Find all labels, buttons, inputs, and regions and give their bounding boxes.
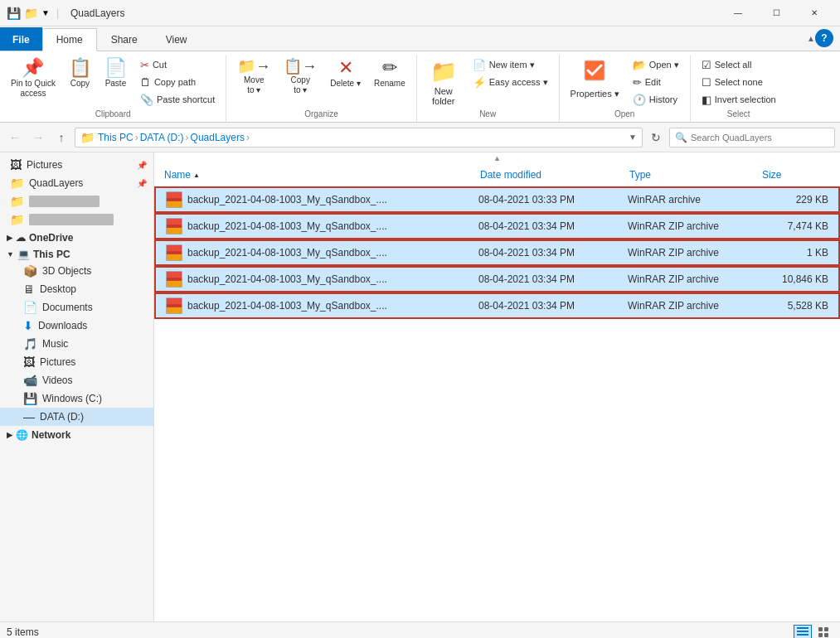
tab-file[interactable]: File: [0, 27, 42, 51]
history-button[interactable]: 🕐 History: [627, 91, 685, 108]
sidebar-item-music[interactable]: 🎵 Music: [0, 335, 153, 353]
sidebar-item-quadlayers[interactable]: 📁 QuadLayers 📌: [0, 174, 153, 192]
help-button[interactable]: ?: [815, 29, 833, 47]
sidebar-item-blurred2[interactable]: 📁 ████████████: [0, 210, 153, 229]
detail-view-button[interactable]: [794, 625, 812, 639]
move-to-button[interactable]: 📁→ Moveto ▾: [231, 55, 276, 104]
dropdown-arrow-icon[interactable]: ▼: [41, 8, 50, 17]
breadcrumb-dropdown-icon[interactable]: ▼: [629, 133, 637, 142]
file-area: ▲ Name ▲ Date modified Type Size: [154, 152, 840, 621]
col-name[interactable]: Name ▲: [161, 167, 477, 182]
pin-quick-access-button[interactable]: 📌 Pin to Quickaccess: [5, 55, 61, 104]
rename-label: Rename: [374, 79, 405, 89]
copy-to-button[interactable]: 📋→ Copyto ▾: [278, 55, 323, 104]
svg-rect-19: [818, 627, 823, 631]
sidebar-item-3dobjects[interactable]: 📦 3D Objects: [0, 262, 153, 280]
invert-selection-button[interactable]: ◧ Invert selection: [696, 91, 782, 108]
large-icon-view-button[interactable]: [815, 625, 833, 639]
file-size-3: 10,846 KB: [757, 272, 832, 287]
blurred1-icon: 📁: [10, 195, 24, 208]
col-size[interactable]: Size: [759, 167, 833, 182]
file-date-0: 08-04-2021 03:33 PM: [475, 192, 624, 207]
open-label: Open: [565, 108, 685, 122]
collapse-ribbon-icon[interactable]: ▲: [807, 34, 815, 43]
new-item-button[interactable]: 📄 New item ▾: [467, 56, 554, 73]
sidebar-item-pictures-quick[interactable]: 🖼 Pictures 📌: [0, 156, 153, 174]
copy-path-button[interactable]: 🗒 Copy path: [134, 74, 221, 90]
file-name-cell-2: backup_2021-04-08-1003_My_qSandbox_....: [163, 243, 475, 263]
ribbon-group-select: ☑ Select all ☐ Select none ◧ Invert sele…: [691, 55, 787, 122]
close-button[interactable]: ✕: [795, 0, 833, 27]
table-row[interactable]: backup_2021-04-08-1003_My_qSandbox_.... …: [154, 213, 840, 239]
copy-icon: 📋: [69, 59, 91, 77]
edit-label: Edit: [645, 77, 661, 87]
sidebar-item-windows-c[interactable]: 💾 Windows (C:): [0, 389, 153, 408]
properties-button[interactable]: Properties ▾: [565, 55, 625, 104]
paste-shortcut-button[interactable]: 📎 Paste shortcut: [134, 91, 221, 108]
address-bar: ← → ↑ 📁 This PC › DATA (D:) › QuadLayers…: [0, 123, 840, 152]
expand-icon-network: ▶: [7, 431, 12, 439]
file-name-cell-1: backup_2021-04-08-1003_My_qSandbox_....: [163, 216, 475, 236]
breadcrumb[interactable]: 📁 This PC › DATA (D:) › QuadLayers › ▼: [75, 128, 643, 147]
minimize-button[interactable]: —: [719, 0, 757, 27]
copy-button[interactable]: 📋 Copy: [63, 55, 97, 104]
file-name-1: backup_2021-04-08-1003_My_qSandbox_....: [187, 220, 387, 232]
table-row[interactable]: backup_2021-04-08-1003_My_qSandbox_.... …: [154, 266, 840, 292]
sidebar-item-pictures[interactable]: 🖼 Pictures: [0, 353, 153, 371]
file-type-2: WinRAR ZIP archive: [624, 245, 757, 260]
breadcrumb-thispc[interactable]: This PC: [98, 132, 134, 143]
svg-rect-21: [818, 633, 823, 637]
copy-path-label: Copy path: [154, 77, 196, 87]
blurred2-icon: 📁: [10, 213, 24, 226]
tab-home[interactable]: Home: [42, 28, 97, 51]
table-row[interactable]: backup_2021-04-08-1003_My_qSandbox_.... …: [154, 239, 840, 266]
table-row[interactable]: backup_2021-04-08-1003_My_qSandbox_.... …: [154, 292, 840, 319]
open-button[interactable]: 📂 Open ▾: [627, 56, 685, 73]
select-none-button[interactable]: ☐ Select none: [696, 74, 782, 90]
tab-share[interactable]: Share: [97, 27, 152, 51]
sidebar-item-data-d[interactable]: — DATA (D:): [0, 408, 153, 426]
col-date[interactable]: Date modified: [477, 167, 626, 182]
undo-icon[interactable]: 📁: [24, 7, 38, 20]
pictures2-label: Pictures: [40, 356, 75, 368]
paste-shortcut-label: Paste shortcut: [157, 94, 215, 104]
breadcrumb-quadlayers[interactable]: QuadLayers: [191, 132, 245, 143]
rar-icon-0: [166, 191, 182, 208]
select-all-button[interactable]: ☑ Select all: [696, 56, 782, 73]
sidebar-item-downloads[interactable]: ⬇ Downloads: [0, 317, 153, 335]
sort-indicator[interactable]: ▲: [154, 152, 840, 164]
sep1: ›: [135, 132, 138, 143]
rename-button[interactable]: ✏ Rename: [368, 55, 411, 104]
breadcrumb-data[interactable]: DATA (D:): [140, 132, 184, 143]
desktop-icon: 🖥: [23, 283, 35, 296]
sidebar-item-videos[interactable]: 📹 Videos: [0, 371, 153, 389]
easy-access-button[interactable]: ⚡ Easy access ▾: [467, 74, 554, 90]
back-button[interactable]: ←: [5, 128, 25, 147]
paste-button[interactable]: 📄 Paste: [99, 55, 133, 104]
quick-save-icon[interactable]: 💾: [7, 7, 21, 20]
up-button[interactable]: ↑: [51, 128, 71, 147]
col-type[interactable]: Type: [626, 167, 759, 182]
file-list-header: Name ▲ Date modified Type Size: [154, 164, 840, 186]
delete-button[interactable]: ✕ Delete ▾: [324, 55, 367, 104]
maximize-button[interactable]: ☐: [757, 0, 795, 27]
invert-icon: ◧: [702, 94, 711, 106]
file-type-3: WinRAR ZIP archive: [624, 272, 757, 287]
separator: |: [56, 7, 59, 19]
cut-button[interactable]: ✂ Cut: [134, 56, 221, 73]
sidebar-item-documents[interactable]: 📄 Documents: [0, 298, 153, 317]
new-folder-button[interactable]: 📁 Newfolder: [422, 55, 465, 104]
sidebar-section-thispc[interactable]: ▼ 💻 This PC: [0, 245, 153, 262]
forward-button[interactable]: →: [28, 128, 48, 147]
tab-view[interactable]: View: [152, 27, 202, 51]
sidebar-section-onedrive[interactable]: ▶ ☁ OneDrive: [0, 229, 153, 245]
sidebar-item-blurred1[interactable]: 📁 ██████████: [0, 192, 153, 210]
move-to-icon: 📁→: [237, 59, 270, 74]
sidebar-item-desktop[interactable]: 🖥 Desktop: [0, 280, 153, 298]
table-row[interactable]: backup_2021-04-08-1003_My_qSandbox_.... …: [154, 186, 840, 213]
refresh-button[interactable]: ↻: [646, 128, 666, 147]
edit-button[interactable]: ✏ Edit: [627, 74, 685, 90]
new-item-label: New item ▾: [489, 60, 535, 70]
search-input[interactable]: [691, 133, 829, 143]
sidebar-section-network[interactable]: ▶ 🌐 Network: [0, 426, 153, 442]
